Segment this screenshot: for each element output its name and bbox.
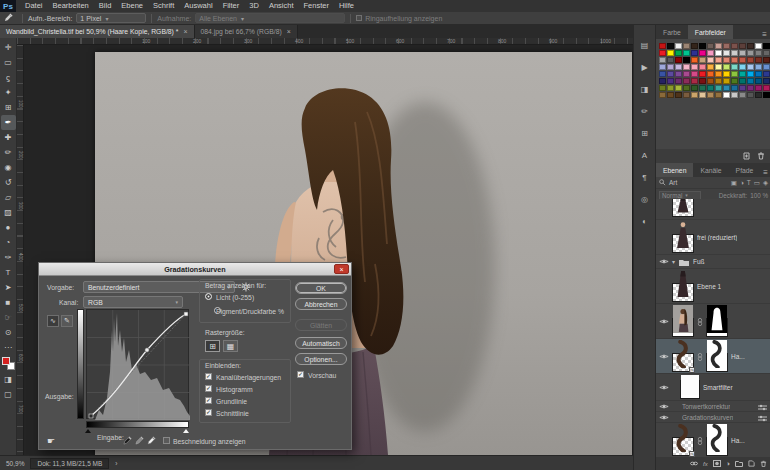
swatch-r2-c3[interactable] <box>675 50 682 56</box>
swatch-r1-c10[interactable] <box>731 43 738 49</box>
swatch-r8-c8[interactable] <box>715 92 722 98</box>
layer-thumb[interactable]: ◳ <box>672 340 694 372</box>
swatch-r4-c8[interactable] <box>715 64 722 70</box>
layer-thumbnail-curl-mask[interactable] <box>706 437 728 456</box>
layer-thumbnail-dress[interactable] <box>672 199 694 217</box>
group-caret-icon[interactable]: ▾ <box>672 258 675 265</box>
layer-thumbnail-dress[interactable] <box>672 283 694 302</box>
info-panel-icon[interactable]: ◨ <box>637 83 652 96</box>
light-radio[interactable] <box>205 293 212 300</box>
clone-stamp-tool[interactable]: ◉ <box>1 160 16 175</box>
swatch-r8-c10[interactable] <box>731 92 738 98</box>
swatch-r1-c12[interactable] <box>747 43 754 49</box>
smart-filter-name[interactable]: Tonwertkorrektur <box>682 403 730 410</box>
grid-tenth-button[interactable]: ▦ <box>223 340 238 352</box>
marquee-tool[interactable]: ▭ <box>1 55 16 70</box>
swatch-r2-c6[interactable] <box>699 50 706 56</box>
eraser-tool[interactable]: ▱ <box>1 190 16 205</box>
brush-tool[interactable]: ✏ <box>1 145 16 160</box>
swatch-r6-c7[interactable] <box>707 78 714 84</box>
menu-hilfe[interactable]: Hilfe <box>334 0 359 12</box>
swatch-r7-c12[interactable] <box>747 85 754 91</box>
ring-checkbox[interactable] <box>356 15 362 21</box>
swatch-r2-c1[interactable] <box>659 50 666 56</box>
menu-filter[interactable]: Filter <box>218 0 245 12</box>
menu-bearbeiten[interactable]: Bearbeiten <box>48 0 94 12</box>
swatch-r7-c9[interactable] <box>723 85 730 91</box>
swatch-r1-c4[interactable] <box>683 43 690 49</box>
swatch-r7-c7[interactable] <box>707 85 714 91</box>
layer-row-3[interactable]: ▾Fuß <box>656 255 770 269</box>
swatch-r5-c1[interactable] <box>659 71 666 77</box>
layer-row-10[interactable]: ◳Ha... <box>656 423 770 457</box>
swatch-r2-c2[interactable] <box>667 50 674 56</box>
swatch-r5-c12[interactable] <box>747 71 754 77</box>
swatch-r1-c7[interactable] <box>707 43 714 49</box>
sample-size-dropdown[interactable]: 1 Pixel ▾ <box>76 13 146 23</box>
curves-dialog[interactable]: Gradationskurven × Vorgabe: Benutzerdefi… <box>38 262 352 450</box>
swatch-r7-c13[interactable] <box>755 85 762 91</box>
actions-panel-icon[interactable]: ▶ <box>637 61 652 74</box>
navigator-panel-icon[interactable]: ◐ <box>637 215 652 228</box>
swatch-r5-c5[interactable] <box>691 71 698 77</box>
layer-thumb[interactable] <box>672 199 694 217</box>
clone-source-panel-icon[interactable]: ⊞ <box>637 127 652 140</box>
layer-name[interactable]: Smartfilter <box>703 384 733 391</box>
swatch-r4-c7[interactable] <box>707 64 714 70</box>
swatch-r5-c4[interactable] <box>683 71 690 77</box>
brush-settings-panel-icon[interactable]: ✏ <box>637 105 652 118</box>
swatch-r8-c7[interactable] <box>707 92 714 98</box>
menu-auswahl[interactable]: Auswahl <box>179 0 217 12</box>
swatch-r4-c13[interactable] <box>755 64 762 70</box>
swatch-r3-c8[interactable] <box>715 57 722 63</box>
swatch-r7-c8[interactable] <box>715 85 722 91</box>
ok-button[interactable]: OK <box>295 282 347 294</box>
swatch-r7-c1[interactable] <box>659 85 666 91</box>
swatch-r8-c3[interactable] <box>675 92 682 98</box>
new-swatch-icon[interactable] <box>743 152 751 160</box>
swatch-r8-c2[interactable] <box>667 92 674 98</box>
layer-row-6[interactable]: ◳Ha... <box>656 339 770 374</box>
filter-type-icon[interactable]: T <box>747 179 751 187</box>
tab-ebenen[interactable]: Ebenen <box>656 163 693 177</box>
swatch-r2-c13[interactable] <box>755 50 762 56</box>
layer-mask-thumb[interactable] <box>706 305 728 337</box>
swatch-r4-c3[interactable] <box>675 64 682 70</box>
swatch-r3-c7[interactable] <box>707 57 714 63</box>
swatch-r7-c14[interactable] <box>763 85 770 91</box>
layer-thumb[interactable] <box>672 221 694 253</box>
targeted-adjustment-icon[interactable]: ☛ <box>47 436 55 446</box>
swatch-r3-c4[interactable] <box>683 57 690 63</box>
swatch-r1-c9[interactable] <box>723 43 730 49</box>
history-panel-icon[interactable]: ▤ <box>637 39 652 52</box>
swatch-r1-c8[interactable] <box>715 43 722 49</box>
filter-type-label[interactable]: Art <box>669 179 677 186</box>
swatch-r6-c9[interactable] <box>723 78 730 84</box>
swatch-r4-c12[interactable] <box>747 64 754 70</box>
swatch-r8-c11[interactable] <box>739 92 746 98</box>
layer-mask-thumb[interactable] <box>706 424 728 456</box>
swatch-r3-c1[interactable] <box>659 57 666 63</box>
visibility-eye-icon[interactable] <box>658 384 669 391</box>
show-kanalüberlagerungen-checkbox[interactable]: ✓ <box>205 373 212 380</box>
swatch-r8-c4[interactable] <box>683 92 690 98</box>
crop-tool[interactable]: ⊞ <box>1 100 16 115</box>
layer-row-4[interactable]: Ebene 1 <box>656 269 770 304</box>
swatch-r7-c11[interactable] <box>739 85 746 91</box>
menu-ansicht[interactable]: Ansicht <box>264 0 299 12</box>
tab-farbfelder[interactable]: Farbfelder <box>688 25 733 39</box>
horizontal-ruler[interactable]: 1002003004005006007008009001000 <box>17 38 633 45</box>
show-histogramm-checkbox[interactable]: ✓ <box>205 385 212 392</box>
layer-row-7[interactable]: Smartfilter <box>656 374 770 401</box>
swatch-r6-c6[interactable] <box>699 78 706 84</box>
swatch-r6-c1[interactable] <box>659 78 666 84</box>
black-point-eyedropper-icon[interactable] <box>123 436 132 446</box>
curve-point-tool[interactable]: ∿ <box>47 315 59 327</box>
document-tab-1[interactable]: Wandbild_Christella.tif bei 50,9% (Haare… <box>0 25 195 38</box>
swatch-r6-c5[interactable] <box>691 78 698 84</box>
swatch-r8-c14[interactable] <box>763 92 770 98</box>
swatch-r5-c2[interactable] <box>667 71 674 77</box>
swatch-r2-c8[interactable] <box>715 50 722 56</box>
black-point-slider[interactable] <box>85 429 91 433</box>
swatch-r5-c10[interactable] <box>731 71 738 77</box>
